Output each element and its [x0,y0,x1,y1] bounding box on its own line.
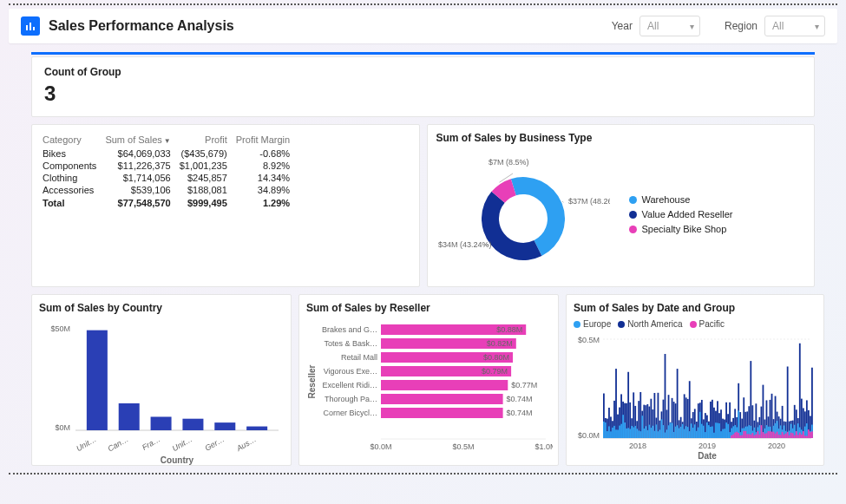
svg-rect-233 [703,426,705,438]
svg-text:2020: 2020 [768,442,785,450]
svg-rect-212 [666,429,668,438]
svg-rect-194 [634,426,636,438]
svg-rect-305 [746,434,748,438]
th-margin[interactable]: Profit Margin [234,132,297,147]
svg-rect-319 [771,432,773,438]
svg-text:$34M (43.24%): $34M (43.24%) [438,240,492,249]
svg-rect-152 [771,394,773,438]
svg-rect-320 [773,432,775,438]
svg-rect-333 [796,431,797,438]
svg-rect-181 [612,428,613,438]
report-header: Sales Performance Analysis Year All ▾ Re… [9,9,837,43]
svg-text:$0.0M: $0.0M [578,431,600,440]
svg-rect-228 [694,424,696,438]
region-select-value: All [772,20,784,32]
svg-rect-13 [151,416,172,430]
year-select-value: All [647,20,659,32]
svg-text:Fra…: Fra… [141,435,161,452]
svg-rect-342 [811,431,813,438]
svg-rect-313 [761,425,763,438]
th-category[interactable]: Category [41,132,103,147]
svg-rect-332 [794,435,796,438]
svg-rect-301 [739,435,741,438]
svg-rect-207 [658,431,659,438]
svg-rect-317 [768,431,770,438]
line-chart-card[interactable]: Sum of Sales by Date and Group EuropeNor… [566,294,824,466]
table-row[interactable]: Clothing$1,714,056$245,85714.34% [41,172,297,184]
category-table-card[interactable]: Category Sum of Sales▼ Profit Profit Mar… [31,124,420,287]
svg-rect-198 [641,416,643,438]
table-row[interactable]: Components$11,226,375$1,001,2358.92% [41,160,297,172]
country-bar-card[interactable]: Sum of Sales by Country $50M$0MUnit…Can…… [31,294,292,466]
svg-rect-308 [751,433,753,438]
svg-rect-204 [652,426,653,438]
svg-rect-244 [722,429,724,438]
svg-rect-218 [677,425,679,438]
legend-item[interactable]: Value Added Reseller [629,209,733,219]
svg-rect-328 [787,432,789,438]
year-select[interactable]: All ▾ [639,16,700,36]
region-filter-label: Region [725,20,757,32]
svg-text:2018: 2018 [629,442,646,450]
svg-rect-234 [705,432,706,438]
svg-text:Ger…: Ger… [203,435,226,453]
country-bar-chart: $50M$0MUnit…Can…Fra…Unit…Ger…Aus…Country [39,319,285,467]
svg-rect-240 [715,422,717,438]
reseller-bar-card[interactable]: Sum of Sales by Reseller Brakes and G…$0… [298,294,559,466]
svg-rect-243 [720,431,722,438]
legend-item[interactable]: Specialty Bike Shop [629,224,733,234]
table-row[interactable]: Bikes$64,069,033($435,679)-0.68% [41,147,297,160]
svg-text:$0M: $0M [55,423,70,432]
th-sales[interactable]: Sum of Sales▼ [103,132,177,147]
svg-rect-189 [626,429,627,438]
svg-rect-215 [672,423,673,438]
svg-rect-178 [607,431,608,438]
svg-rect-210 [663,425,665,438]
th-profit[interactable]: Profit [178,132,234,147]
svg-rect-147 [763,385,764,438]
page-border-top [9,3,837,5]
table-row[interactable]: Accessories$539,106$188,08134.89% [41,184,297,197]
svg-rect-327 [785,434,787,438]
svg-text:$0.74M: $0.74M [507,395,533,403]
donut-card[interactable]: Sum of Sales by Business Type $37M (48.2… [427,124,816,287]
svg-rect-211 [665,433,666,438]
svg-text:$50M: $50M [50,324,70,333]
svg-rect-321 [775,434,777,438]
svg-rect-176 [603,422,605,438]
donut-title: Sum of Sales by Business Type [436,132,806,144]
svg-rect-297 [732,435,734,438]
svg-rect-1 [30,23,31,30]
svg-rect-340 [808,429,810,438]
svg-rect-180 [610,431,612,438]
svg-rect-206 [656,424,658,438]
svg-text:Brakes and G…: Brakes and G… [322,325,377,334]
svg-text:Can…: Can… [107,435,130,453]
svg-rect-214 [670,422,672,438]
year-filter-label: Year [612,20,633,32]
svg-rect-0 [26,25,28,30]
svg-text:Excellent Ridi…: Excellent Ridi… [322,381,377,389]
year-filter: Year All ▾ [612,16,700,36]
svg-rect-2 [33,27,35,30]
region-filter: Region All ▾ [725,16,825,36]
svg-text:Unit…: Unit… [75,435,98,453]
svg-rect-19 [246,427,267,430]
svg-rect-323 [778,435,780,438]
region-select[interactable]: All ▾ [764,16,825,36]
svg-rect-307 [750,435,751,438]
table-total-row: Total$77,548,570$999,4951.29% [41,197,297,210]
svg-rect-314 [763,432,764,438]
svg-rect-326 [784,435,785,438]
svg-rect-239 [713,433,715,438]
page-border-bottom [9,473,837,475]
svg-rect-230 [698,428,699,438]
svg-rect-177 [605,422,607,438]
svg-text:$0.74M: $0.74M [507,409,533,417]
svg-rect-222 [684,429,685,438]
svg-text:$1.0M: $1.0M [534,442,553,451]
svg-rect-192 [631,426,633,438]
svg-rect-336 [801,435,803,438]
legend-item[interactable]: Warehouse [629,194,733,205]
kpi-card[interactable]: Count of Group 3 [31,56,815,117]
